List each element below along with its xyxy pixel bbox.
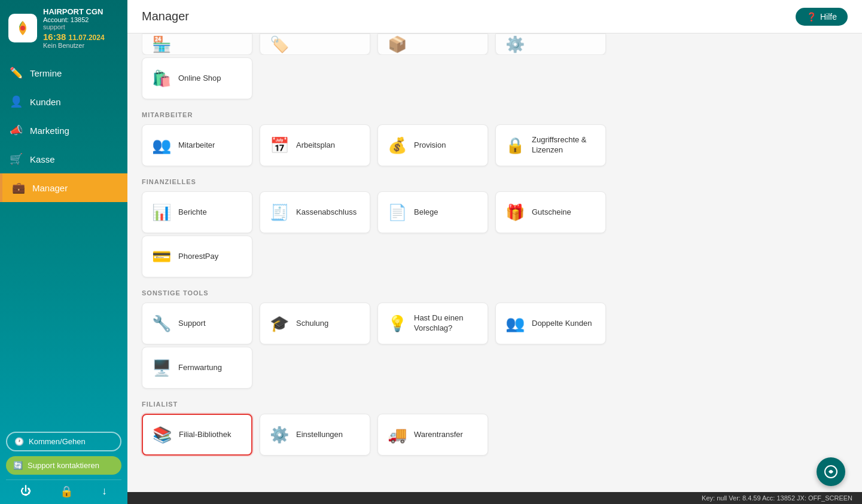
kassenabschluss-icon: 🧾 — [270, 203, 289, 222]
question-icon: ❓ — [806, 12, 817, 22]
partial-icon-2: 🏷️ — [270, 35, 289, 54]
fab-button[interactable] — [817, 457, 845, 486]
provision-icon: 💰 — [388, 136, 407, 155]
partial-icon-3: 📦 — [388, 35, 407, 54]
sidebar-item-kasse[interactable]: 🛒 Kasse — [0, 145, 127, 173]
zugriffsrechte-label: Zugriffsrechte & Lizenzen — [532, 135, 596, 155]
sidebar-item-marketing[interactable]: 📣 Marketing — [0, 116, 127, 145]
support-icon: 🔄 — [13, 461, 23, 470]
mitarbeiter-section-header: MITARBEITER — [142, 111, 848, 118]
tile-partial-3[interactable]: 📦 — [377, 33, 488, 55]
sidebar-item-label: Marketing — [30, 126, 69, 136]
gutscheine-icon: 🎁 — [505, 203, 525, 222]
filialist-section-header: FILIALIST — [142, 401, 848, 408]
svg-point-1 — [20, 26, 25, 30]
sidebar-item-label: Manager — [32, 183, 68, 193]
current-time: 16:38 11.07.2024 — [43, 32, 105, 42]
hilfe-button[interactable]: ❓ Hilfe — [796, 8, 848, 26]
tile-filial-bibliothek[interactable]: 📚 Filial-Bibliothek — [142, 414, 252, 456]
sidebar-item-label: Termine — [30, 68, 62, 78]
partial-icon-1: 🏪 — [152, 35, 171, 54]
doppelte-kunden-label: Doppelte Kunden — [532, 319, 592, 329]
status-bar: Key: null Ver: 8.4.59 Acc: 13852 JX: OFF… — [127, 492, 862, 504]
tile-gutscheine[interactable]: 🎁 Gutscheine — [495, 191, 606, 233]
tile-berichte[interactable]: 📊 Berichte — [142, 191, 252, 233]
phorestpay-tiles-row: 💳 PhorestPay — [142, 236, 848, 277]
kasse-icon: 🛒 — [10, 152, 23, 166]
phorestpay-label: PhorestPay — [178, 252, 218, 262]
kommen-gehen-button[interactable]: 🕐 Kommen/Gehen — [6, 432, 121, 451]
tile-warentransfer[interactable]: 🚚 Warentransfer — [377, 414, 488, 456]
berichte-icon: 📊 — [152, 203, 171, 222]
finanzielles-tiles-row: 📊 Berichte 🧾 Kassenabschluss 📄 Belege 🎁 … — [142, 191, 848, 233]
tile-provision[interactable]: 💰 Provision — [377, 124, 488, 166]
account-info: Account: 13852 — [43, 16, 105, 23]
tile-partial-2[interactable]: 🏷️ — [260, 33, 370, 55]
tile-online-shop[interactable]: 🛍️ Online Shop — [142, 57, 252, 99]
tile-zugriffsrechte[interactable]: 🔒 Zugriffsrechte & Lizenzen — [495, 124, 606, 166]
support-tile-label: Support — [178, 319, 206, 329]
filial-bibliothek-icon: 📚 — [153, 426, 172, 444]
gutscheine-label: Gutscheine — [532, 207, 571, 218]
tile-arbeitsplan[interactable]: 📅 Arbeitsplan — [260, 124, 370, 166]
partial-icon-4: ⚙️ — [505, 35, 525, 54]
mitarbeiter-tiles-row: 👥 Mitarbeiter 📅 Arbeitsplan 💰 Provision … — [142, 124, 848, 166]
belege-icon: 📄 — [388, 203, 407, 222]
fernwartung-icon: 🖥️ — [152, 359, 171, 377]
sidebar-item-termine[interactable]: ✏️ Termine — [0, 59, 127, 87]
tile-mitarbeiter[interactable]: 👥 Mitarbeiter — [142, 124, 252, 166]
tile-partial-4[interactable]: ⚙️ — [495, 33, 606, 55]
einstellungen-icon: ⚙️ — [270, 426, 289, 444]
tile-support[interactable]: 🔧 Support — [142, 303, 252, 344]
sidebar-item-manager[interactable]: 💼 Manager — [0, 173, 127, 202]
schulung-icon: 🎓 — [270, 314, 289, 333]
app-logo — [8, 14, 37, 42]
support-tile-icon: 🔧 — [152, 314, 171, 333]
finanzielles-section-header: FINANZIELLES — [142, 178, 848, 185]
kassenabschluss-label: Kassenabschluss — [296, 207, 357, 218]
provision-label: Provision — [414, 140, 446, 151]
schulung-label: Schulung — [296, 319, 328, 329]
warentransfer-label: Warentransfer — [414, 430, 463, 440]
tile-vorschlag[interactable]: 💡 Hast Du einen Vorschlag? — [377, 303, 488, 344]
sidebar-item-label: Kasse — [30, 154, 55, 164]
top-bar: Manager ❓ Hilfe — [127, 0, 862, 33]
belege-label: Belege — [414, 207, 438, 218]
filialist-tiles-row: 📚 Filial-Bibliothek ⚙️ Einstellungen 🚚 W… — [142, 414, 848, 456]
tile-schulung[interactable]: 🎓 Schulung — [260, 303, 370, 344]
lock-icon[interactable]: 🔒 — [60, 485, 73, 498]
tile-fernwartung[interactable]: 🖥️ Fernwartung — [142, 347, 252, 389]
sidebar-bottom: 🕐 Kommen/Gehen 🔄 Support kontaktieren ⏻ … — [0, 426, 127, 504]
sidebar-item-kunden[interactable]: 👤 Kunden — [0, 87, 127, 116]
tile-doppelte-kunden[interactable]: 👥 Doppelte Kunden — [495, 303, 606, 344]
vorschlag-icon: 💡 — [388, 314, 407, 333]
support-label: support — [43, 23, 105, 30]
kunden-icon: 👤 — [10, 95, 23, 108]
marketing-icon: 📣 — [10, 124, 23, 137]
fernwartung-tiles-row: 🖥️ Fernwartung — [142, 347, 848, 389]
sonstige-section-header: SONSTIGE TOOLS — [142, 289, 848, 297]
arbeitsplan-icon: 📅 — [270, 136, 289, 155]
warentransfer-icon: 🚚 — [388, 426, 407, 444]
tile-partial-1[interactable]: 🏪 — [142, 33, 252, 55]
berichte-label: Berichte — [178, 207, 207, 218]
support-contact-button[interactable]: 🔄 Support kontaktieren — [6, 456, 121, 475]
clock-icon: 🕐 — [14, 437, 24, 446]
tile-einstellungen[interactable]: ⚙️ Einstellungen — [260, 414, 370, 456]
content-area: 🏪 🏷️ 📦 ⚙️ 🛍️ Online Shop MITARBEITER 👥 — [127, 33, 862, 492]
status-text: Key: null Ver: 8.4.59 Acc: 13852 JX: OFF… — [702, 494, 852, 502]
tile-belege[interactable]: 📄 Belege — [377, 191, 488, 233]
page-title: Manager — [142, 10, 189, 23]
sidebar-footer-icons: ⏻ 🔒 ↓ — [6, 479, 121, 500]
arbeitsplan-label: Arbeitsplan — [296, 140, 335, 151]
sidebar-user-info: HAIRPORT CGN Account: 13852 support 16:3… — [43, 7, 105, 49]
tile-phorestpay[interactable]: 💳 PhorestPay — [142, 236, 252, 277]
zugriffsrechte-icon: 🔒 — [505, 136, 525, 155]
arrow-down-icon[interactable]: ↓ — [102, 485, 107, 498]
termine-icon: ✏️ — [10, 66, 23, 80]
tile-kassenabschluss[interactable]: 🧾 Kassenabschluss — [260, 191, 370, 233]
filial-bibliothek-label: Filial-Bibliothek — [179, 430, 231, 440]
sidebar: HAIRPORT CGN Account: 13852 support 16:3… — [0, 0, 127, 504]
power-icon[interactable]: ⏻ — [20, 485, 31, 498]
einstellungen-label: Einstellungen — [296, 430, 343, 440]
